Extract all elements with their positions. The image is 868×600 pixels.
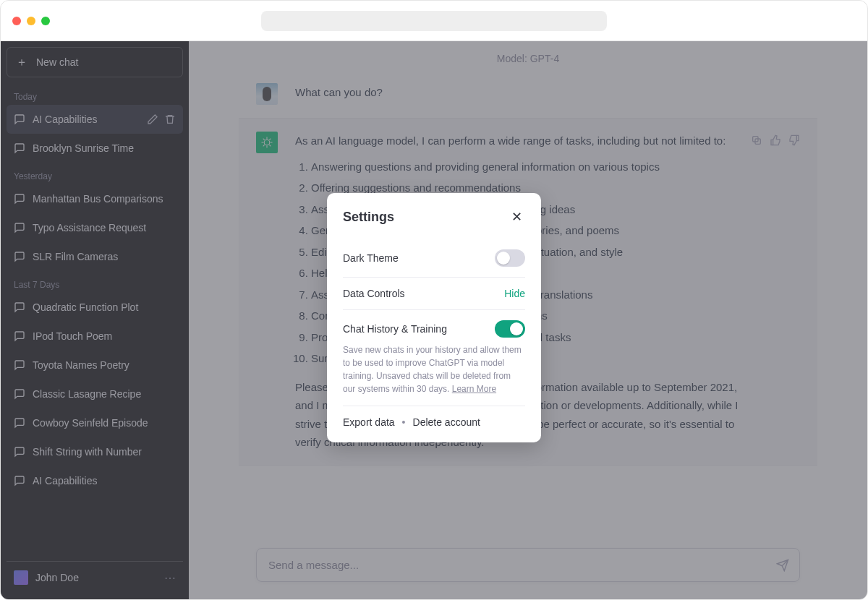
minimize-window-button[interactable]	[27, 17, 35, 25]
history-training-description: Save new chats in your history and allow…	[343, 343, 525, 406]
export-data-link[interactable]: Export data	[343, 416, 395, 428]
modal-overlay[interactable]: Settings ✕ Dark Theme Data Controls Hide…	[1, 41, 867, 599]
delete-account-link[interactable]: Delete account	[413, 416, 480, 428]
close-icon[interactable]: ✕	[509, 207, 525, 226]
maximize-window-button[interactable]	[41, 17, 50, 25]
account-actions: Export data • Delete account	[343, 406, 525, 428]
dark-theme-row: Dark Theme	[343, 239, 525, 278]
history-training-label: Chat History & Training	[343, 323, 447, 335]
data-controls-label: Data Controls	[343, 288, 405, 299]
dark-theme-toggle[interactable]	[495, 249, 525, 267]
history-training-toggle[interactable]	[495, 320, 525, 338]
app-window: ＋ New chat TodayAI CapabilitiesBrooklyn …	[0, 0, 868, 600]
titlebar	[1, 1, 867, 41]
separator-dot: •	[402, 416, 406, 428]
settings-modal: Settings ✕ Dark Theme Data Controls Hide…	[327, 193, 541, 442]
close-window-button[interactable]	[12, 17, 21, 25]
data-controls-toggle-link[interactable]: Hide	[504, 288, 525, 299]
window-controls	[12, 17, 50, 25]
data-controls-row: Data Controls Hide	[343, 278, 525, 310]
dark-theme-label: Dark Theme	[343, 252, 399, 264]
settings-title: Settings	[343, 210, 394, 225]
history-training-row: Chat History & Training	[343, 310, 525, 343]
learn-more-link[interactable]: Learn More	[452, 384, 496, 394]
address-bar[interactable]	[261, 11, 607, 31]
